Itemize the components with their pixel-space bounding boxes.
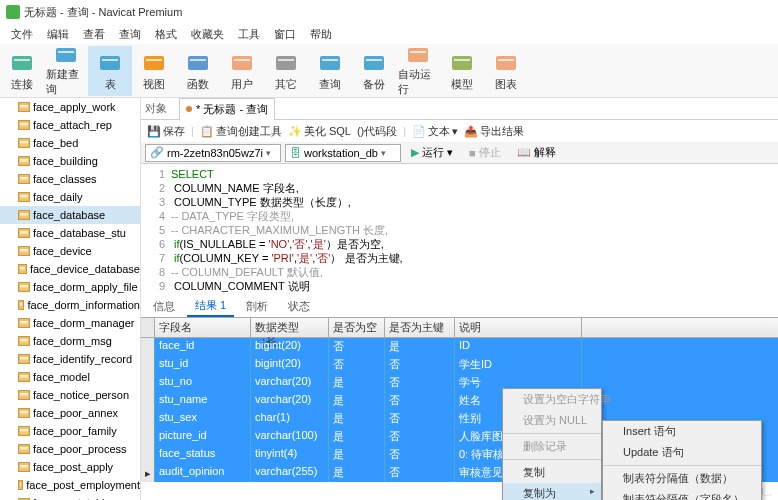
tool-连接[interactable]: 连接 (0, 46, 44, 96)
tool-备份[interactable]: 备份 (352, 46, 396, 96)
tab-status[interactable]: 状态 (280, 297, 318, 316)
svg-rect-11 (234, 59, 250, 61)
context-menu[interactable]: 设置为空白字符串 设置为 NULL 删除记录 复制 复制为 粘贴 显示 (502, 388, 602, 500)
menu-帮助[interactable]: 帮助 (303, 27, 339, 42)
app-icon (6, 5, 20, 19)
tree-item[interactable]: face_attach_rep (0, 116, 140, 134)
svg-rect-14 (320, 56, 340, 70)
query-tab[interactable]: * 无标题 - 查询 (179, 98, 275, 120)
svg-rect-5 (102, 59, 118, 61)
toolbar: 连接新建查询表视图函数用户其它查询备份自动运行模型图表 (0, 44, 778, 98)
sql-editor[interactable]: 1SELECT2 COLUMN_NAME 字段名,3 COLUMN_TYPE 数… (141, 164, 778, 296)
tree-item[interactable]: face_post_table (0, 494, 140, 500)
table-icon (18, 372, 30, 382)
title-bar: 无标题 - 查询 - Navicat Premium (0, 0, 778, 24)
export-button[interactable]: 📤 导出结果 (464, 124, 524, 139)
ctx-update[interactable]: Update 语句 (603, 442, 761, 463)
svg-rect-17 (366, 59, 382, 61)
tree-item[interactable]: face_device (0, 242, 140, 260)
menu-格式[interactable]: 格式 (148, 27, 184, 42)
tree-item[interactable]: face_dorm_msg (0, 332, 140, 350)
db-select[interactable]: 🗄workstation_db▾ (285, 144, 401, 162)
beautify-button[interactable]: ✨ 美化 SQL (288, 124, 351, 139)
ctx-null: 设置为 NULL (503, 410, 601, 431)
server-select[interactable]: 🔗rm-2zetn83n05wz7i▾ (145, 144, 281, 162)
svg-rect-13 (278, 59, 294, 61)
tool-视图[interactable]: 视图 (132, 46, 176, 96)
tree-item[interactable]: face_dorm_apply_file (0, 278, 140, 296)
tree-item[interactable]: face_dorm_manager (0, 314, 140, 332)
tree-item[interactable]: face_database (0, 206, 140, 224)
tab-profile[interactable]: 剖析 (238, 297, 276, 316)
ctx-copy[interactable]: 复制 (503, 462, 601, 483)
tree-item[interactable]: face_post_apply (0, 458, 140, 476)
tree-item[interactable]: face_dorm_information (0, 296, 140, 314)
svg-rect-19 (410, 51, 426, 53)
query-builder-button[interactable]: 📋 查询创建工具 (200, 124, 282, 139)
tree-item[interactable]: face_database_stu (0, 224, 140, 242)
table-row[interactable]: stu_namevarchar(20)是否姓名 (141, 392, 778, 410)
tool-模型[interactable]: 模型 (440, 46, 484, 96)
tree-item[interactable]: face_bed (0, 134, 140, 152)
svg-rect-12 (276, 56, 296, 70)
table-icon (18, 390, 30, 400)
snippet-button[interactable]: ()代码段 (357, 124, 397, 139)
table-row[interactable]: stu_novarchar(20)是否学号 (141, 374, 778, 392)
svg-rect-15 (322, 59, 338, 61)
menu-文件[interactable]: 文件 (4, 27, 40, 42)
tree-item[interactable]: face_daily (0, 188, 140, 206)
tree-item[interactable]: face_apply_work (0, 98, 140, 116)
svg-rect-23 (498, 59, 514, 61)
ctx-tsv-cols[interactable]: 制表符分隔值（字段名） (603, 489, 761, 500)
tool-查询[interactable]: 查询 (308, 46, 352, 96)
tree-item[interactable]: face_model (0, 368, 140, 386)
menu-收藏夹[interactable]: 收藏夹 (184, 27, 231, 42)
table-icon (18, 408, 30, 418)
tree-item[interactable]: face_classes (0, 170, 140, 188)
menu-工具[interactable]: 工具 (231, 27, 267, 42)
run-button[interactable]: ▶运行 ▾ (405, 144, 459, 161)
table-row[interactable]: stu_idbigint(20)否否学生ID (141, 356, 778, 374)
tool-其它[interactable]: 其它 (264, 46, 308, 96)
tree-item[interactable]: face_poor_family (0, 422, 140, 440)
ctx-delete: 删除记录 (503, 436, 601, 457)
tool-自动运行[interactable]: 自动运行 (396, 46, 440, 96)
table-icon (18, 138, 30, 148)
tool-函数[interactable]: 函数 (176, 46, 220, 96)
tree-item[interactable]: face_poor_process (0, 440, 140, 458)
context-submenu[interactable]: Insert 语句 Update 语句 制表符分隔值（数据） 制表符分隔值（字段… (602, 420, 762, 500)
table-row[interactable]: face_idbigint(20)否是ID (141, 338, 778, 356)
tab-result[interactable]: 结果 1 (187, 296, 234, 317)
explain-button[interactable]: 📖 解释 (511, 144, 562, 161)
svg-rect-20 (452, 56, 472, 70)
table-icon (18, 426, 30, 436)
svg-rect-10 (232, 56, 252, 70)
tool-新建查询[interactable]: 新建查询 (44, 46, 88, 96)
sidebar-tree[interactable]: face_apply_workface_attach_repface_bedfa… (0, 98, 141, 500)
tab-info[interactable]: 信息 (145, 297, 183, 316)
tree-item[interactable]: face_identify_record (0, 350, 140, 368)
ctx-tsv-data[interactable]: 制表符分隔值（数据） (603, 468, 761, 489)
tree-item[interactable]: face_notice_person (0, 386, 140, 404)
window-title: 无标题 - 查询 - Navicat Premium (24, 5, 182, 20)
tool-用户[interactable]: 用户 (220, 46, 264, 96)
menu-窗口[interactable]: 窗口 (267, 27, 303, 42)
menu-查询[interactable]: 查询 (112, 27, 148, 42)
text-button[interactable]: 📄 文本 ▾ (412, 124, 458, 139)
tree-item[interactable]: face_building (0, 152, 140, 170)
svg-rect-0 (12, 56, 32, 70)
tool-图表[interactable]: 图表 (484, 46, 528, 96)
tree-item[interactable]: face_device_database (0, 260, 140, 278)
tool-表[interactable]: 表 (88, 46, 132, 96)
object-label[interactable]: 对象 (145, 101, 167, 116)
query-actions: 💾 保存 | 📋 查询创建工具 ✨ 美化 SQL ()代码段 | 📄 文本 ▾ … (141, 120, 778, 142)
menu-查看[interactable]: 查看 (76, 27, 112, 42)
save-button[interactable]: 💾 保存 (147, 124, 185, 139)
menu-编辑[interactable]: 编辑 (40, 27, 76, 42)
table-icon (18, 120, 30, 130)
ctx-insert[interactable]: Insert 语句 (603, 421, 761, 442)
tree-item[interactable]: face_post_employment (0, 476, 140, 494)
table-icon (18, 444, 30, 454)
ctx-copy-as[interactable]: 复制为 (503, 483, 601, 500)
tree-item[interactable]: face_poor_annex (0, 404, 140, 422)
